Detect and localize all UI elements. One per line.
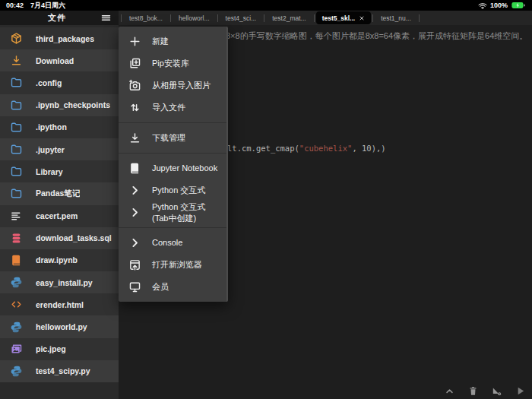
code-brackets-icon (10, 298, 23, 311)
file-item-jupyter[interactable]: .jupyter (0, 138, 119, 160)
file-item-cacert-pem[interactable]: cacert.pem (0, 205, 119, 227)
collapse-button[interactable] (444, 385, 455, 397)
code-prefix: lt.cm.get_cmap( (227, 144, 299, 153)
folder-icon (10, 165, 23, 178)
tab-label: test1_nu... (381, 14, 411, 22)
tab-separator (170, 14, 171, 22)
file-item-ipython[interactable]: .ipython (0, 116, 119, 138)
database-icon (10, 232, 23, 245)
file-item-erender-html[interactable]: erender.html (0, 293, 119, 315)
file-item-ipynb-checkpoints[interactable]: .ipynb_checkpoints (0, 94, 119, 116)
menu-item-python-interactive[interactable]: Python 交互式 (119, 179, 226, 201)
folder-icon (10, 99, 23, 112)
library-add-icon (128, 57, 141, 70)
file-item-label: test4_scipy.py (36, 366, 90, 375)
menu-item-label: Console (152, 237, 182, 248)
code-string: "cubehelix" (299, 144, 353, 153)
menu-item-open-new-browser[interactable]: 打开新浏览器 (119, 254, 226, 276)
file-item-label: .config (36, 78, 62, 87)
run-settings-button[interactable] (491, 385, 502, 397)
bottom-toolbar (444, 385, 526, 397)
file-item-download[interactable]: Download (0, 49, 119, 71)
hamburger-menu-icon[interactable] (100, 12, 112, 24)
status-date: 7月4日周六 (30, 1, 65, 11)
tab-test1-nu[interactable]: test1_nu... (375, 11, 417, 24)
menu-item-new[interactable]: 新建 (119, 30, 226, 52)
image-icon (10, 343, 23, 356)
status-bar: 00:42 7月4日周六 100% (0, 0, 532, 11)
file-item-label: Pandas笔记 (36, 188, 80, 199)
python-icon (10, 365, 23, 378)
file-item-library[interactable]: Library (0, 160, 119, 182)
menu-item-python-interactive-tab[interactable]: Python 交互式(Tab中创建) (119, 201, 226, 223)
chevron-right-icon (128, 184, 141, 197)
tab-test2-mat[interactable]: test2_mat... (266, 11, 312, 24)
notebook-text: 8×8的手写数字缩略图，每个图片都是8x8=64像素，展开成特征矩阵是64维空间… (226, 30, 529, 42)
file-item-download-tasks-sql[interactable]: download_tasks.sql (0, 227, 119, 249)
tab-test8-bok[interactable]: test8_bok... (123, 11, 169, 24)
file-item-label: cacert.pem (36, 211, 78, 220)
menu-item-label: Python 交互式(Tab中创建) (152, 201, 219, 223)
menu-divider (119, 122, 226, 123)
tab-separator (217, 14, 218, 22)
tab-separator (264, 14, 264, 22)
notebook-icon (128, 162, 141, 175)
add-photo-icon (128, 79, 141, 92)
folder-icon (10, 187, 23, 200)
menu-item-pip-install-library[interactable]: Pip安装库 (119, 52, 226, 74)
battery-icon (511, 2, 526, 9)
menu-item-label: Pip安装库 (152, 58, 189, 68)
file-item-pandas-notes[interactable]: Pandas笔记 (0, 182, 119, 204)
tab-separator (372, 14, 373, 22)
wifi-icon (478, 2, 487, 9)
tab-separator (121, 14, 122, 22)
plus-icon (128, 35, 141, 48)
tab-label: helloworl... (179, 14, 210, 22)
menu-item-label: 新建 (152, 36, 169, 46)
file-item-third-packages[interactable]: third_packages (0, 27, 119, 49)
menu-item-console[interactable]: Console (119, 232, 226, 254)
menu-item-label: 从相册导入图片 (152, 80, 211, 90)
close-icon[interactable] (359, 15, 365, 21)
folder-icon (10, 76, 23, 89)
menu-item-membership[interactable]: 会员 (119, 276, 226, 298)
menu-item-label: Jupyter Notebook (152, 163, 217, 173)
delete-button[interactable] (467, 385, 479, 397)
run-button[interactable] (515, 385, 526, 397)
tab-test4-sci[interactable]: test4_sci... (220, 11, 263, 24)
tab-separator (314, 14, 315, 22)
file-item-test4-scipy-py[interactable]: test4_scipy.py (0, 360, 119, 382)
file-item-easy-install-py[interactable]: easy_install.py (0, 271, 119, 293)
folder-icon (10, 121, 23, 134)
text-lines-icon (10, 210, 23, 223)
folder-icon (10, 143, 23, 156)
menu-item-jupyter-notebook[interactable]: Jupyter Notebook (119, 157, 226, 179)
package-icon (10, 32, 23, 45)
sidebar-header: 文件 (0, 11, 119, 25)
file-item-draw-ipynb[interactable]: draw.ipynb (0, 249, 119, 271)
context-menu: 新建Pip安装库从相册导入图片导入文件下载管理Jupyter NotebookP… (119, 27, 228, 302)
menu-item-import-photo-from-album[interactable]: 从相册导入图片 (119, 74, 226, 97)
file-item-config[interactable]: .config (0, 71, 119, 93)
tab-label: test8_bok... (129, 14, 163, 22)
tab-helloworl[interactable]: helloworl... (173, 11, 216, 24)
file-item-label: easy_install.py (36, 278, 93, 287)
swap-vert-icon (128, 101, 141, 114)
menu-item-label: 下载管理 (152, 132, 185, 143)
menu-item-download-manager[interactable]: 下载管理 (119, 127, 226, 149)
sidebar-title: 文件 (0, 12, 100, 24)
tab-bar: test8_bok...helloworl...test4_sci...test… (119, 11, 532, 25)
menu-item-label: Python 交互式 (152, 185, 205, 195)
screen: 00:42 7月4日周六 100% 文件 test8_bok...hellowo… (0, 0, 532, 399)
menu-item-import-file[interactable]: 导入文件 (119, 97, 226, 119)
menu-divider (119, 153, 226, 154)
file-item-label: .ipython (36, 122, 67, 131)
menu-item-label: 导入文件 (152, 102, 185, 112)
file-item-pic-jpeg[interactable]: pic.jpeg (0, 338, 119, 360)
file-item-label: .jupyter (36, 145, 65, 154)
tab-test5-skl[interactable]: test5_skl... (316, 11, 371, 24)
battery-percent: 100% (490, 2, 508, 9)
file-item-helloworld-py[interactable]: helloworld.py (0, 315, 119, 337)
file-item-label: .ipynb_checkpoints (36, 100, 110, 109)
menu-item-label: 会员 (152, 281, 169, 292)
